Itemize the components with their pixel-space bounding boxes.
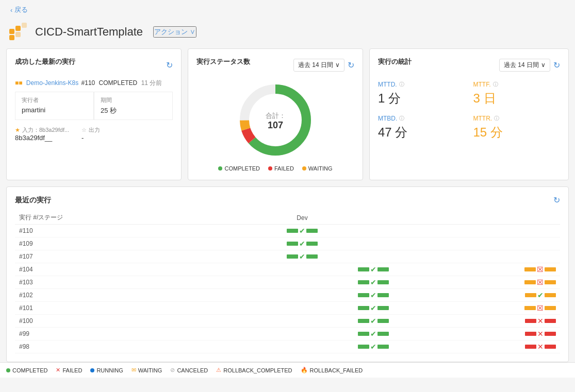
runs-table: 実行 #/ステージ Dev #110 ✔ #109	[15, 211, 560, 353]
action-button[interactable]: アクション ∨	[153, 26, 196, 38]
stat-mttf: MTTF. ⓘ 3 日	[473, 81, 561, 107]
stats-period-select[interactable]: 過去 14 日間 ∨	[499, 59, 550, 72]
table-row: #109 ✔	[15, 237, 560, 250]
stats-title: 実行の統計	[378, 57, 412, 66]
back-arrow: ‹	[10, 6, 12, 14]
table-row: #107 ✔	[15, 250, 560, 263]
table-row: #103 ✔ ☒	[15, 276, 560, 289]
latest-run-title: 成功した最新の実行	[15, 57, 75, 66]
legend-failed: ✕ FAILED	[56, 367, 82, 373]
canceled-label: CANCELED	[177, 367, 208, 373]
failed-icon: ✕	[56, 367, 60, 373]
status-period-select[interactable]: 過去 14 日間 ∨	[293, 59, 344, 72]
bottom-legend: COMPLETED ✕ FAILED RUNNING ✉ WAITING ⊘ C…	[0, 362, 575, 378]
col-dev-header: Dev	[251, 211, 354, 225]
table-row: #104 ✔ ☒	[15, 263, 560, 276]
refresh-recent-icon[interactable]: ↻	[553, 195, 560, 205]
waiting-label: WAITING	[138, 367, 162, 373]
rollback-completed-label: ROLLBACK_COMPLETED	[223, 367, 292, 373]
run-name[interactable]: Demo-Jenkins-K8s	[26, 79, 78, 87]
stats-card: 実行の統計 過去 14 日間 ∨ ↻ MTTD. ⓘ 1 分 MTTF. ⓘ 3…	[369, 48, 569, 180]
table-row: #102 ✔ ✔	[15, 289, 560, 302]
failed-label: FAILED	[62, 367, 82, 373]
latest-run-card: 成功した最新の実行 ↻ ■■ Demo-Jenkins-K8s #110 COM…	[6, 48, 182, 180]
col-other-header	[354, 211, 560, 225]
output-artifact: ☆ 出力 -	[81, 126, 100, 142]
legend-rollback-failed: 🔥 ROLLBACK_FAILED	[301, 367, 363, 373]
svg-rect-1	[9, 35, 14, 40]
col-run-header: 実行 #/ステージ	[15, 211, 251, 225]
table-row: #98 ✔ ✕	[15, 340, 560, 353]
canceled-icon: ⊘	[170, 367, 175, 373]
svg-rect-3	[15, 32, 21, 37]
back-label: 戻る	[14, 5, 28, 14]
completed-dot	[6, 368, 10, 372]
svg-text:合計：: 合計：	[266, 112, 286, 120]
svg-text:107: 107	[268, 120, 283, 130]
status-chart-title: 実行ステータス数	[196, 57, 250, 66]
legend-running: RUNNING	[90, 367, 123, 373]
page-title: CICD-SmartTemplate	[35, 25, 143, 39]
status-chart-card: 実行ステータス数 過去 14 日間 ∨ ↻ 合計： 107	[188, 48, 363, 180]
input-artifact: ★ 入力：8b3a29fdf... 8b3a29fdf__	[15, 126, 69, 142]
svg-rect-0	[9, 29, 14, 34]
refresh-latest-icon[interactable]: ↻	[166, 60, 173, 70]
run-status: COMPLETED	[99, 79, 138, 87]
rollback-failed-label: ROLLBACK_FAILED	[310, 367, 363, 373]
stat-mtbd: MTBD. ⓘ 47 分	[378, 115, 465, 141]
rollback-failed-icon: 🔥	[301, 367, 308, 373]
legend-rollback-completed: ⚠ ROLLBACK_COMPLETED	[216, 367, 292, 373]
completed-label: COMPLETED	[12, 367, 47, 373]
executor-cell: 実行者 pmartini	[15, 92, 94, 120]
run-link-icon: ■■	[15, 79, 23, 87]
legend-canceled: ⊘ CANCELED	[170, 367, 208, 373]
running-label: RUNNING	[96, 367, 123, 373]
refresh-status-icon[interactable]: ↻	[348, 60, 354, 70]
waiting-icon: ✉	[132, 367, 136, 373]
table-row: #110 ✔	[15, 225, 560, 237]
recent-title: 最近の実行	[15, 196, 51, 205]
table-row: #101 ✔ ☒	[15, 302, 560, 315]
recent-runs-section: 最近の実行 ↻ 実行 #/ステージ Dev #110 ✔	[6, 186, 569, 362]
legend-completed: COMPLETED	[6, 367, 47, 373]
table-row: #99 ✔ ✕	[15, 328, 560, 340]
rollback-completed-icon: ⚠	[216, 367, 221, 373]
table-row: #100 ✔ ✕	[15, 315, 560, 328]
svg-rect-4	[22, 23, 27, 28]
app-icon	[8, 22, 29, 42]
run-time: 11 分前	[141, 79, 162, 87]
running-dot	[90, 368, 94, 372]
duration-cell: 期間 25 秒	[94, 92, 173, 120]
back-nav[interactable]: ‹ 戻る	[0, 0, 575, 20]
stat-mttr: MTTR. ⓘ 15 分	[473, 115, 561, 141]
refresh-stats-icon[interactable]: ↻	[553, 60, 560, 70]
stat-mttd: MTTD. ⓘ 1 分	[378, 81, 465, 107]
chart-legend: COMPLETED FAILED WAITING	[196, 165, 354, 172]
svg-rect-2	[15, 26, 21, 31]
donut-chart: 合計： 107	[196, 79, 354, 161]
legend-waiting: ✉ WAITING	[132, 367, 162, 373]
run-number: #110	[81, 79, 95, 87]
